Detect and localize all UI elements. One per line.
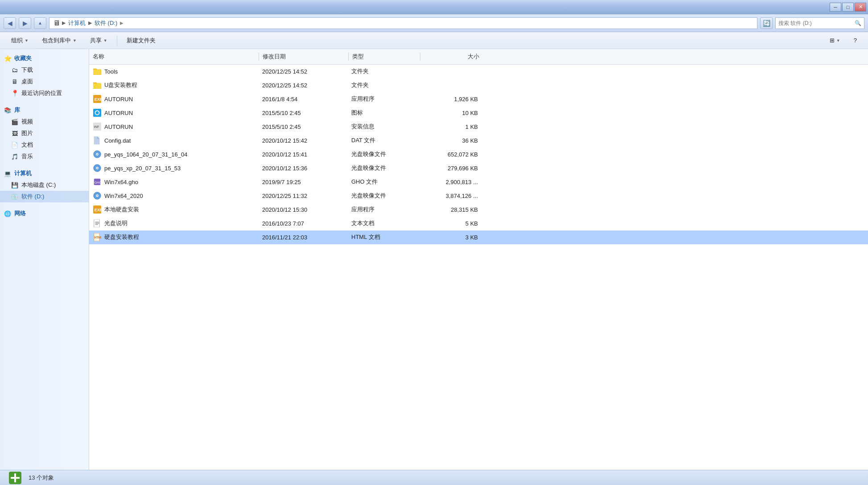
doc-label: 文档 — [21, 141, 33, 149]
sidebar-item-ddrive[interactable]: 软件 (D:) — [0, 191, 89, 202]
sidebar-item-desktop[interactable]: 桌面 — [0, 76, 89, 87]
file-name-cell: Win7x64_2020 — [89, 190, 259, 201]
title-bar: ─ □ ✕ — [0, 0, 868, 14]
minimize-button[interactable]: ─ — [830, 3, 841, 12]
file-date-cell: 2015/5/10 2:45 — [259, 122, 348, 132]
favorites-header[interactable]: 收藏夹 — [0, 53, 89, 64]
new-folder-button[interactable]: 新建文件夹 — [121, 34, 161, 47]
col-header-type[interactable]: 类型 — [349, 51, 420, 62]
cdrive-label: 本地磁盘 (C:) — [21, 181, 56, 189]
table-row[interactable]: 光盘说明 2016/10/23 7:07 文本文档 5 KB — [89, 217, 868, 230]
table-row[interactable]: AUTORUN 2015/5/10 2:45 图标 10 KB — [89, 106, 868, 120]
table-row[interactable]: Win7x64_2020 2020/12/25 11:32 光盘映像文件 3,8… — [89, 189, 868, 203]
table-row[interactable]: INF AUTORUN 2015/5/10 2:45 安装信息 1 KB — [89, 120, 868, 134]
sidebar-item-music[interactable]: 音乐 — [0, 151, 89, 162]
file-icon: GHO — [93, 177, 102, 186]
table-row[interactable]: EXE AUTORUN 2016/1/8 4:54 应用程序 1,926 KB — [89, 92, 868, 106]
path-end-arrow: ▶ — [120, 21, 123, 25]
network-section: 网络 — [0, 208, 89, 219]
close-button[interactable]: ✕ — [855, 3, 866, 12]
file-name-text: Win7x64_2020 — [104, 193, 143, 199]
file-date-cell: 2015/5/10 2:45 — [259, 108, 348, 118]
file-date-cell: 2016/11/21 22:03 — [259, 233, 348, 242]
file-name-text: Tools — [104, 68, 118, 75]
svg-rect-29 — [14, 473, 16, 482]
image-label: 图片 — [21, 129, 33, 137]
search-input[interactable] — [778, 20, 853, 26]
file-icon — [93, 219, 102, 228]
share-dropdown-arrow: ▼ — [103, 38, 107, 43]
sidebar-item-doc[interactable]: 文档 — [0, 139, 89, 151]
col-header-name[interactable]: 名称 — [89, 51, 259, 62]
sidebar-item-video[interactable]: 视频 — [0, 116, 89, 127]
help-button[interactable]: ? — [848, 34, 863, 47]
file-area: 名称 修改日期 类型 大小 Tools 2020/12/25 14:52 文件夹… — [89, 49, 868, 470]
file-icon — [93, 150, 102, 159]
file-list-header: 名称 修改日期 类型 大小 — [89, 49, 868, 65]
include-label: 包含到库中 — [42, 37, 71, 45]
file-type-cell: HTML 文档 — [348, 232, 419, 242]
title-bar-buttons: ─ □ ✕ — [830, 3, 866, 12]
sidebar-item-downloads[interactable]: 下载 — [0, 64, 89, 76]
file-date-cell: 2020/12/25 11:32 — [259, 191, 348, 201]
table-row[interactable]: EXE 本地硬盘安装 2020/10/12 15:30 应用程序 28,315 … — [89, 203, 868, 217]
desktop-icon — [11, 78, 19, 86]
table-row[interactable]: HTML 硬盘安装教程 2016/11/21 22:03 HTML 文档 3 K… — [89, 230, 868, 244]
library-header[interactable]: 库 — [0, 104, 89, 116]
file-type-cell: 文件夹 — [348, 66, 419, 77]
include-button[interactable]: 包含到库中 ▼ — [36, 34, 82, 47]
path-drive[interactable]: 软件 (D:) — [94, 19, 118, 27]
back-button[interactable]: ◀ — [4, 17, 16, 29]
file-icon — [93, 67, 102, 76]
downloads-icon — [11, 66, 19, 74]
maximize-button[interactable]: □ — [842, 3, 854, 12]
file-type-cell: GHO 文件 — [348, 177, 419, 187]
svg-text:EXE: EXE — [95, 208, 101, 212]
main-container: 收藏夹 下载 桌面 最近访问的位置 库 视频 — [0, 49, 868, 470]
file-date-cell: 2020/10/12 15:30 — [259, 205, 348, 214]
file-type-cell: 文本文档 — [348, 218, 419, 229]
organize-button[interactable]: 组织 ▼ — [5, 34, 34, 47]
organize-label: 组织 — [11, 37, 23, 45]
table-row[interactable]: Config.dat 2020/10/12 15:42 DAT 文件 36 KB — [89, 134, 868, 148]
network-icon — [4, 210, 12, 218]
computer-header[interactable]: 计算机 — [0, 168, 89, 179]
col-header-size[interactable]: 大小 — [420, 51, 483, 62]
table-row[interactable]: pe_yqs_1064_20_07_31_16_04 2020/10/12 15… — [89, 148, 868, 161]
svg-text:EXE: EXE — [95, 97, 101, 102]
path-root[interactable]: 计算机 — [67, 19, 86, 27]
share-button[interactable]: 共享 ▼ — [84, 34, 113, 47]
file-name-cell: pe_yqs_xp_20_07_31_15_53 — [89, 162, 259, 174]
favorites-icon — [4, 54, 12, 62]
search-icon: 🔍 — [855, 20, 861, 26]
forward-button[interactable]: ▶ — [19, 17, 31, 29]
table-row[interactable]: pe_yqs_xp_20_07_31_15_53 2020/10/12 15:3… — [89, 161, 868, 175]
table-row[interactable]: Tools 2020/12/25 14:52 文件夹 — [89, 65, 868, 78]
file-size-cell: 3,874,126 ... — [419, 191, 481, 201]
network-header[interactable]: 网络 — [0, 208, 89, 219]
table-row[interactable]: U盘安装教程 2020/12/25 14:52 文件夹 — [89, 78, 868, 92]
file-date-cell: 2016/10/23 7:07 — [259, 219, 348, 228]
sidebar-item-image[interactable]: 图片 — [0, 127, 89, 139]
file-name-text: AUTORUN — [104, 96, 133, 103]
col-header-date[interactable]: 修改日期 — [259, 51, 348, 62]
table-row[interactable]: GHO Win7x64.gho 2019/9/7 19:25 GHO 文件 2,… — [89, 175, 868, 189]
sidebar-item-cdrive[interactable]: 本地磁盘 (C:) — [0, 179, 89, 191]
file-type-cell: DAT 文件 — [348, 135, 419, 146]
svg-point-13 — [97, 168, 98, 169]
up-button[interactable]: ▲ — [34, 17, 46, 29]
file-size-cell — [419, 70, 481, 73]
music-icon — [11, 152, 19, 160]
doc-icon — [11, 141, 19, 149]
view-button[interactable]: ⊞ ▼ — [824, 34, 846, 47]
svg-text:INF: INF — [94, 125, 99, 129]
search-box[interactable]: 🔍 — [775, 17, 864, 29]
file-size-cell: 1,926 KB — [419, 95, 481, 104]
file-name-text: AUTORUN — [104, 110, 133, 116]
sidebar-item-recent[interactable]: 最近访问的位置 — [0, 87, 89, 99]
address-path[interactable]: 🖥 ▶ 计算机 ▶ 软件 (D:) ▶ — [49, 17, 757, 29]
refresh-button[interactable]: 🔄 — [760, 17, 773, 29]
desktop-label: 桌面 — [21, 78, 33, 86]
view-dropdown-arrow: ▼ — [836, 38, 840, 43]
favorites-section: 收藏夹 下载 桌面 最近访问的位置 — [0, 53, 89, 99]
